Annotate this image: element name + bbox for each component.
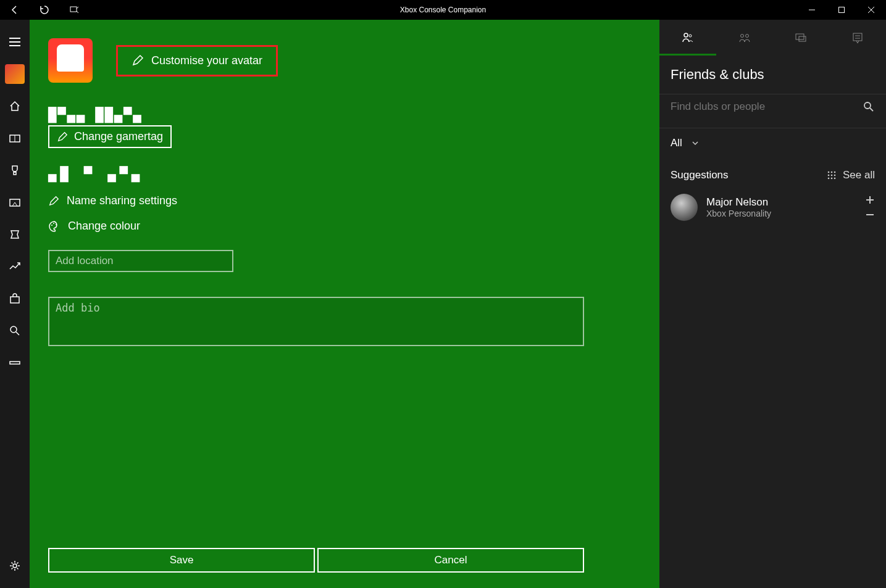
left-nav-rail — [0, 20, 30, 588]
svg-rect-11 — [10, 297, 19, 303]
titlebar: Xbox Console Companion — [0, 0, 886, 20]
svg-point-15 — [13, 564, 17, 568]
tab-friends[interactable] — [659, 20, 716, 56]
tab-activity[interactable] — [829, 20, 886, 56]
svg-point-32 — [834, 172, 836, 173]
tab-messages[interactable] — [773, 20, 830, 56]
real-name-text: ▄█ ▀ ▄▀▄ — [30, 167, 659, 182]
pin-button[interactable] — [59, 0, 89, 20]
pencil-icon — [48, 196, 59, 207]
svg-point-19 — [684, 33, 688, 37]
bio-input[interactable] — [48, 297, 584, 346]
grid-icon[interactable] — [827, 170, 837, 180]
svg-point-36 — [828, 178, 830, 180]
profile-avatar-icon[interactable] — [0, 59, 30, 89]
svg-point-21 — [740, 35, 743, 38]
svg-point-30 — [828, 172, 830, 173]
captures-icon[interactable] — [0, 188, 30, 217]
svg-rect-24 — [799, 36, 806, 41]
my-games-icon[interactable] — [0, 123, 30, 153]
suggestion-name: Major Nelson — [706, 196, 856, 209]
svg-point-18 — [56, 224, 57, 225]
svg-rect-2 — [839, 7, 845, 13]
store-icon[interactable] — [0, 284, 30, 313]
change-gamertag-label: Change gamertag — [74, 130, 163, 143]
change-colour-label: Change colour — [68, 220, 140, 233]
svg-point-38 — [834, 178, 836, 180]
filter-label: All — [671, 137, 682, 149]
save-button[interactable]: Save — [48, 548, 315, 573]
svg-rect-25 — [853, 33, 862, 41]
window-title: Xbox Console Companion — [400, 6, 486, 14]
svg-point-17 — [53, 223, 54, 224]
svg-point-22 — [745, 35, 748, 38]
see-all-link[interactable]: See all — [843, 169, 875, 181]
refresh-button[interactable] — [30, 0, 59, 20]
profile-editor: Customise your avatar █▀▄▄ ██▄▀▄ Change … — [30, 20, 659, 588]
achievements-icon[interactable] — [0, 155, 30, 185]
customise-avatar-button[interactable]: Customise your avatar — [116, 45, 278, 77]
friends-title: Friends & clubs — [659, 56, 886, 94]
svg-point-33 — [828, 175, 830, 176]
svg-point-34 — [831, 175, 833, 176]
svg-point-20 — [689, 35, 692, 37]
avatar-image — [48, 38, 93, 83]
suggestion-subtitle: Xbox Personality — [706, 209, 856, 218]
home-icon[interactable] — [0, 91, 30, 121]
svg-line-13 — [16, 332, 19, 335]
name-sharing-label: Name sharing settings — [67, 194, 177, 207]
connection-icon[interactable] — [0, 348, 30, 378]
friends-search-input[interactable] — [671, 101, 863, 113]
add-friend-icon[interactable] — [865, 195, 875, 205]
svg-rect-0 — [70, 7, 77, 12]
change-gamertag-button[interactable]: Change gamertag — [48, 125, 172, 148]
search-icon[interactable] — [0, 316, 30, 346]
svg-point-35 — [834, 175, 836, 176]
pencil-icon — [132, 54, 144, 67]
close-button[interactable] — [856, 0, 886, 20]
svg-point-16 — [51, 225, 52, 226]
cancel-button[interactable]: Cancel — [317, 548, 584, 573]
maximize-button[interactable] — [827, 0, 856, 20]
name-sharing-button[interactable]: Name sharing settings — [30, 194, 659, 207]
gamertag-text: █▀▄▄ ██▄▀▄ — [48, 107, 641, 123]
location-input[interactable] — [48, 250, 233, 272]
back-button[interactable] — [0, 0, 30, 20]
chevron-down-icon — [691, 139, 700, 147]
palette-icon — [48, 220, 61, 233]
search-icon[interactable] — [863, 101, 875, 113]
svg-point-37 — [831, 178, 833, 180]
clubs-icon[interactable] — [0, 220, 30, 249]
friends-pane: Friends & clubs All Suggestions See all — [659, 20, 886, 588]
svg-point-31 — [831, 172, 833, 173]
minimize-button[interactable] — [797, 0, 827, 20]
pencil-icon — [57, 131, 68, 143]
customise-avatar-label: Customise your avatar — [151, 54, 262, 67]
suggestions-label: Suggestions — [671, 169, 729, 181]
svg-line-29 — [870, 108, 873, 111]
dismiss-icon[interactable] — [865, 210, 875, 220]
svg-point-12 — [10, 326, 17, 333]
tab-parties[interactable] — [716, 20, 773, 56]
trending-icon[interactable] — [0, 252, 30, 281]
friends-filter-dropdown[interactable]: All — [659, 128, 886, 158]
suggestion-avatar — [671, 194, 698, 221]
settings-icon[interactable] — [0, 551, 30, 581]
suggestion-item[interactable]: Major Nelson Xbox Personality — [659, 189, 886, 226]
change-colour-button[interactable]: Change colour — [30, 220, 659, 233]
svg-point-28 — [864, 102, 871, 109]
svg-rect-14 — [10, 362, 20, 364]
hamburger-icon[interactable] — [0, 27, 30, 57]
